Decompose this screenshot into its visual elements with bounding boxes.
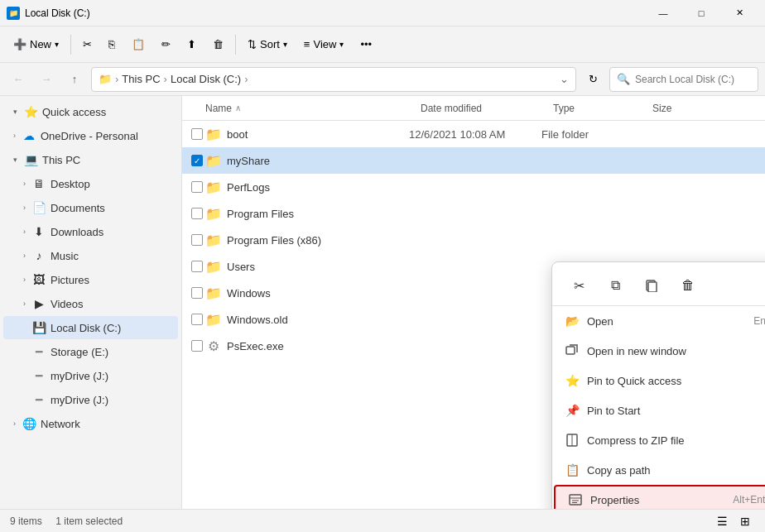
- pictures-label: Pictures: [51, 274, 89, 286]
- ctx-cut-button[interactable]: ✂: [565, 272, 592, 299]
- refresh-button[interactable]: ↻: [581, 68, 604, 91]
- list-view-button[interactable]: ☰: [712, 511, 732, 531]
- close-button[interactable]: ✕: [720, 0, 758, 26]
- ctx-item-pin-quick-access[interactable]: ⭐ Pin to Quick access: [552, 366, 765, 395]
- ctx-delete-button[interactable]: 🗑: [675, 272, 701, 299]
- windows-checkbox[interactable]: [191, 287, 203, 299]
- onedrive-chevron-icon: ›: [13, 132, 16, 140]
- sidebar-item-videos[interactable]: › ▶ Videos: [3, 292, 178, 315]
- breadcrumb-folder-icon: 📁: [99, 73, 112, 85]
- sidebar-item-downloads[interactable]: › ⬇ Downloads: [3, 220, 178, 243]
- windowsold-check: [189, 314, 205, 325]
- perflogs-name: PerfLogs: [227, 181, 409, 194]
- grid-view-button[interactable]: ⊞: [735, 511, 755, 531]
- quick-access-chevron-icon: ▾: [13, 108, 17, 116]
- pfx86-checkbox[interactable]: [191, 234, 203, 246]
- desktop-chevron-icon: ›: [23, 180, 26, 188]
- context-menu: ✂ ⧉ 🗑 📂 Open Enter: [551, 261, 765, 509]
- documents-chevron-icon: ›: [23, 204, 26, 212]
- mydrive-j2-icon: ━: [32, 393, 46, 406]
- ctx-paste-path-button[interactable]: [638, 272, 665, 299]
- ctx-properties-icon: [569, 493, 582, 506]
- col-header-date[interactable]: Date modified: [421, 103, 553, 114]
- pf-name: Program Files: [227, 208, 409, 220]
- file-row-myshare[interactable]: ✓ 📁 myShare: [182, 147, 765, 174]
- view-label: View: [313, 38, 336, 50]
- ctx-properties-shortcut: Alt+Enter: [733, 494, 765, 506]
- psexec-check: [189, 340, 205, 352]
- sidebar-item-local-disk-c[interactable]: › 💾 Local Disk (C:): [3, 316, 178, 339]
- col-header-name[interactable]: Name ∧: [205, 103, 421, 114]
- ctx-item-copy-path[interactable]: 📋 Copy as path: [552, 455, 765, 485]
- storage-e-label: Storage (E:): [51, 346, 108, 358]
- col-header-type[interactable]: Type: [553, 103, 652, 114]
- sidebar-item-storage-e[interactable]: › ━ Storage (E:): [3, 340, 178, 363]
- main-layout: ▾ ⭐ Quick access › ☁ OneDrive - Personal…: [0, 96, 765, 509]
- onedrive-icon: ☁: [22, 129, 36, 142]
- desktop-label: Desktop: [51, 178, 90, 190]
- minimize-button[interactable]: —: [644, 0, 682, 26]
- sidebar-item-desktop[interactable]: › 🖥 Desktop: [3, 172, 178, 195]
- mydrive-j1-label: myDrive (J:): [51, 370, 108, 382]
- ctx-item-pin-start[interactable]: 📌 Pin to Start: [552, 395, 765, 425]
- myshare-checkbox[interactable]: ✓: [191, 155, 203, 166]
- file-row-boot[interactable]: 📁 boot 12/6/2021 10:08 AM File folder: [182, 121, 765, 147]
- sidebar-item-music[interactable]: › ♪ Music: [3, 244, 178, 267]
- sidebar-item-documents[interactable]: › 📄 Documents: [3, 196, 178, 219]
- copy-button[interactable]: ⎘: [102, 31, 122, 59]
- toolbar-separator-1: [70, 35, 71, 55]
- cut-button[interactable]: ✂: [76, 31, 99, 59]
- sidebar-item-network[interactable]: › 🌐 Network: [3, 412, 178, 435]
- forward-button[interactable]: →: [35, 68, 58, 91]
- share-button[interactable]: ⬆: [180, 31, 203, 59]
- ctx-item-properties[interactable]: Properties Alt+Enter: [554, 485, 765, 509]
- sidebar-item-this-pc[interactable]: ▾ 💻 This PC: [3, 148, 178, 171]
- rename-button[interactable]: ✏: [155, 31, 177, 59]
- boot-checkbox[interactable]: [191, 128, 203, 140]
- status-bar-info: 9 items 1 item selected: [10, 515, 123, 527]
- maximize-button[interactable]: □: [682, 0, 720, 26]
- new-button[interactable]: ➕ New ▾: [7, 31, 65, 59]
- ctx-item-open[interactable]: 📂 Open Enter: [552, 306, 765, 336]
- selected-count: 1 item selected: [55, 515, 123, 527]
- sidebar-item-mydrive-j2[interactable]: › ━ myDrive (J:): [3, 388, 178, 411]
- ctx-properties-label: Properties: [590, 494, 639, 506]
- back-button[interactable]: ←: [7, 68, 30, 91]
- mydrive-j1-icon: ━: [32, 369, 46, 382]
- sidebar-item-quick-access[interactable]: ▾ ⭐ Quick access: [3, 100, 178, 123]
- search-input[interactable]: [635, 74, 759, 85]
- ctx-pin-quick-access-icon: ⭐: [565, 374, 579, 387]
- up-button[interactable]: ↑: [63, 68, 86, 91]
- ctx-copy-path-label: Copy as path: [587, 464, 651, 477]
- ctx-item-open-new-window[interactable]: Open in new window: [552, 336, 765, 366]
- windowsold-checkbox[interactable]: [191, 314, 203, 325]
- perflogs-folder-icon: 📁: [205, 179, 222, 195]
- psexec-checkbox[interactable]: [191, 340, 203, 352]
- breadcrumb-dropdown-icon[interactable]: ⌄: [560, 73, 569, 85]
- more-button[interactable]: •••: [354, 31, 378, 59]
- pf-checkbox[interactable]: [191, 208, 203, 219]
- ctx-item-compress-zip[interactable]: Compress to ZIP file: [552, 425, 765, 455]
- paste-button[interactable]: 📋: [125, 31, 152, 59]
- users-checkbox[interactable]: [191, 261, 203, 272]
- col-header-size[interactable]: Size: [652, 103, 758, 114]
- status-bar: 9 items 1 item selected ☰ ⊞: [0, 509, 765, 532]
- pf-folder-icon: 📁: [205, 205, 222, 222]
- delete-button[interactable]: 🗑: [206, 31, 230, 59]
- perflogs-checkbox[interactable]: [191, 181, 203, 193]
- sidebar-item-pictures[interactable]: › 🖼 Pictures: [3, 268, 178, 291]
- breadcrumb-local-disk[interactable]: Local Disk (C:): [171, 73, 241, 85]
- file-row-program-files[interactable]: 📁 Program Files: [182, 200, 765, 227]
- music-chevron-icon: ›: [23, 252, 26, 260]
- file-row-perflogs[interactable]: 📁 PerfLogs: [182, 174, 765, 200]
- perflogs-check: [189, 181, 205, 193]
- sidebar-item-onedrive[interactable]: › ☁ OneDrive - Personal: [3, 124, 178, 147]
- users-name: Users: [227, 261, 409, 273]
- file-row-program-files-x86[interactable]: 📁 Program Files (x86): [182, 227, 765, 253]
- view-button[interactable]: ≡ View ▾: [297, 31, 351, 59]
- breadcrumb-this-pc[interactable]: This PC: [122, 73, 160, 85]
- sidebar: ▾ ⭐ Quick access › ☁ OneDrive - Personal…: [0, 96, 182, 509]
- sort-button[interactable]: ⇅ Sort ▾: [241, 31, 294, 59]
- sidebar-item-mydrive-j1[interactable]: › ━ myDrive (J:): [3, 364, 178, 387]
- ctx-copy-button[interactable]: ⧉: [602, 272, 628, 299]
